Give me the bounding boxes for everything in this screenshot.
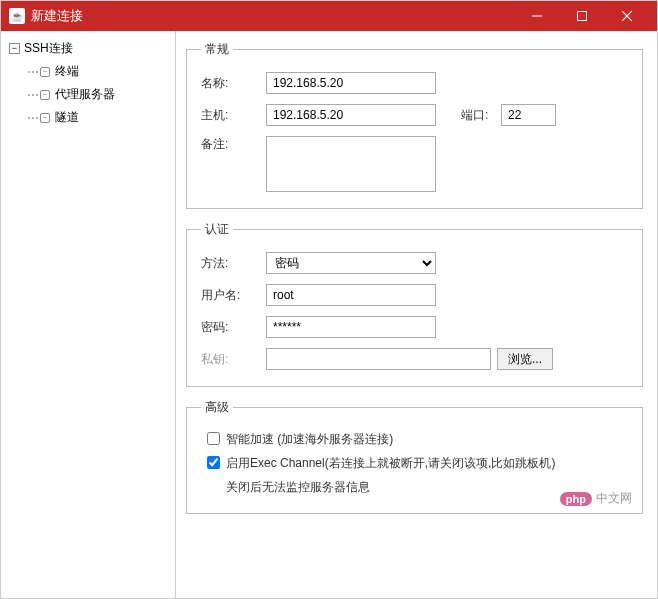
advanced-legend: 高级 xyxy=(201,399,233,416)
tree-item-proxy[interactable]: ⋯ − 代理服务器 xyxy=(23,83,171,106)
svg-rect-1 xyxy=(577,12,586,21)
password-input[interactable] xyxy=(266,316,436,338)
window-controls xyxy=(514,1,649,31)
row-name: 名称: xyxy=(201,72,628,94)
browse-button[interactable]: 浏览... xyxy=(497,348,553,370)
row-method: 方法: 密码 xyxy=(201,252,628,274)
accel-checkbox[interactable] xyxy=(207,432,220,445)
row-privkey: 私钥: 浏览... xyxy=(201,348,628,370)
privkey-label: 私钥: xyxy=(201,351,266,368)
remark-textarea[interactable] xyxy=(266,136,436,192)
tree-line-icon: ⋯ xyxy=(27,111,38,125)
nav-tree: − SSH连接 ⋯ − 终端 ⋯ − 代理服务器 ⋯ − 隧道 xyxy=(1,31,176,598)
minimize-icon xyxy=(532,11,542,21)
dialog-window: ☕ 新建连接 − SSH连接 ⋯ − 终端 xyxy=(0,0,658,599)
minimize-button[interactable] xyxy=(514,1,559,31)
privkey-input[interactable] xyxy=(266,348,491,370)
advanced-group: 高级 智能加速 (加速海外服务器连接) 启用Exec Channel(若连接上就… xyxy=(186,399,643,514)
watermark: php 中文网 xyxy=(560,490,632,507)
exec-label: 启用Exec Channel(若连接上就被断开,请关闭该项,比如跳板机) xyxy=(226,454,555,472)
username-label: 用户名: xyxy=(201,287,266,304)
tree-line-icon: ⋯ xyxy=(27,88,38,102)
password-label: 密码: xyxy=(201,319,266,336)
maximize-icon xyxy=(577,11,587,21)
auth-legend: 认证 xyxy=(201,221,233,238)
close-icon xyxy=(622,11,632,21)
method-select[interactable]: 密码 xyxy=(266,252,436,274)
row-host: 主机: 端口: xyxy=(201,104,628,126)
row-accel: 智能加速 (加速海外服务器连接) xyxy=(201,430,628,448)
remark-label: 备注: xyxy=(201,136,266,153)
method-label: 方法: xyxy=(201,255,266,272)
dialog-body: − SSH连接 ⋯ − 终端 ⋯ − 代理服务器 ⋯ − 隧道 常规 xyxy=(1,31,657,598)
tree-bullet-icon: − xyxy=(40,67,50,77)
tree-label: 终端 xyxy=(55,63,79,80)
watermark-text: 中文网 xyxy=(596,490,632,507)
name-label: 名称: xyxy=(201,75,266,92)
tree-item-tunnel[interactable]: ⋯ − 隧道 xyxy=(23,106,171,129)
close-button[interactable] xyxy=(604,1,649,31)
titlebar: ☕ 新建连接 xyxy=(1,1,657,31)
tree-bullet-icon: − xyxy=(40,113,50,123)
maximize-button[interactable] xyxy=(559,1,604,31)
port-input[interactable] xyxy=(501,104,556,126)
row-password: 密码: xyxy=(201,316,628,338)
row-remark: 备注: xyxy=(201,136,628,192)
host-label: 主机: xyxy=(201,107,266,124)
username-input[interactable] xyxy=(266,284,436,306)
port-label: 端口: xyxy=(461,107,501,124)
row-username: 用户名: xyxy=(201,284,628,306)
content-pane: 常规 名称: 主机: 端口: 备注: 认证 xyxy=(176,31,657,598)
tree-label: 代理服务器 xyxy=(55,86,115,103)
tree-item-ssh[interactable]: − SSH连接 xyxy=(5,37,171,60)
app-icon: ☕ xyxy=(9,8,25,24)
host-input[interactable] xyxy=(266,104,436,126)
name-input[interactable] xyxy=(266,72,436,94)
accel-label: 智能加速 (加速海外服务器连接) xyxy=(226,430,393,448)
auth-group: 认证 方法: 密码 用户名: 密码: 私钥: xyxy=(186,221,643,387)
tree-item-terminal[interactable]: ⋯ − 终端 xyxy=(23,60,171,83)
row-exec: 启用Exec Channel(若连接上就被断开,请关闭该项,比如跳板机) xyxy=(201,454,628,472)
watermark-logo: php xyxy=(560,492,592,506)
general-legend: 常规 xyxy=(201,41,233,58)
general-group: 常规 名称: 主机: 端口: 备注: xyxy=(186,41,643,209)
tree-bullet-icon: − xyxy=(40,90,50,100)
tree-line-icon: ⋯ xyxy=(27,65,38,79)
tree-collapse-icon[interactable]: − xyxy=(9,43,20,54)
exec-checkbox[interactable] xyxy=(207,456,220,469)
window-title: 新建连接 xyxy=(31,7,514,25)
tree-label: 隧道 xyxy=(55,109,79,126)
tree-label: SSH连接 xyxy=(24,40,73,57)
